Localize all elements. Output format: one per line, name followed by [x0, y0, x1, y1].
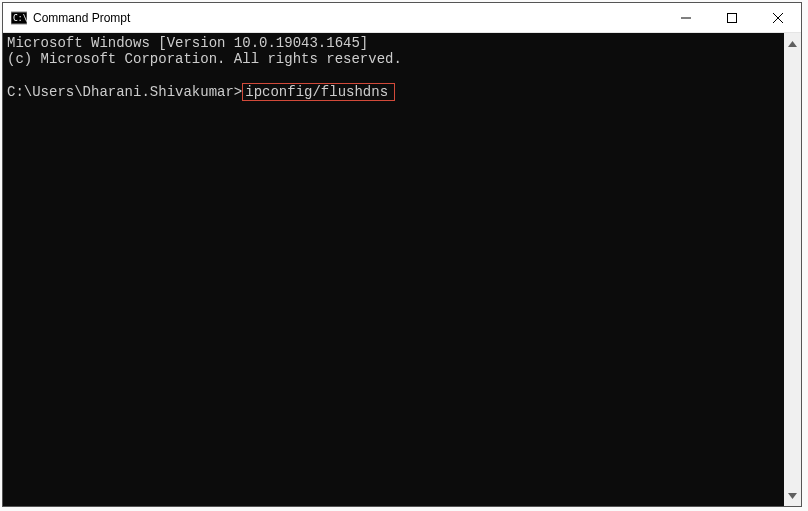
command-prompt-window: C:\ Command Prompt Microsoft Windows [Ve… [2, 2, 802, 507]
terminal-line: Microsoft Windows [Version 10.0.19043.16… [7, 35, 784, 51]
prompt-path: C:\Users\Dharani.Shivakumar> [7, 84, 242, 100]
prompt-line: C:\Users\Dharani.Shivakumar>ipconfig/flu… [7, 83, 784, 101]
vertical-scrollbar[interactable] [784, 33, 801, 506]
cmd-icon: C:\ [11, 10, 27, 26]
svg-marker-6 [788, 41, 797, 47]
close-button[interactable] [755, 3, 801, 32]
window-title: Command Prompt [33, 11, 663, 25]
scroll-down-arrow-icon[interactable] [784, 487, 801, 504]
maximize-button[interactable] [709, 3, 755, 32]
terminal-line: (c) Microsoft Corporation. All rights re… [7, 51, 784, 67]
svg-text:C:\: C:\ [13, 14, 27, 23]
svg-marker-7 [788, 493, 797, 499]
minimize-button[interactable] [663, 3, 709, 32]
titlebar[interactable]: C:\ Command Prompt [3, 3, 801, 33]
terminal-output[interactable]: Microsoft Windows [Version 10.0.19043.16… [3, 33, 784, 506]
scroll-up-arrow-icon[interactable] [784, 35, 801, 52]
client-area: Microsoft Windows [Version 10.0.19043.16… [3, 33, 801, 506]
window-controls [663, 3, 801, 32]
svg-rect-3 [728, 13, 737, 22]
entered-command: ipconfig/flushdns [242, 83, 395, 101]
